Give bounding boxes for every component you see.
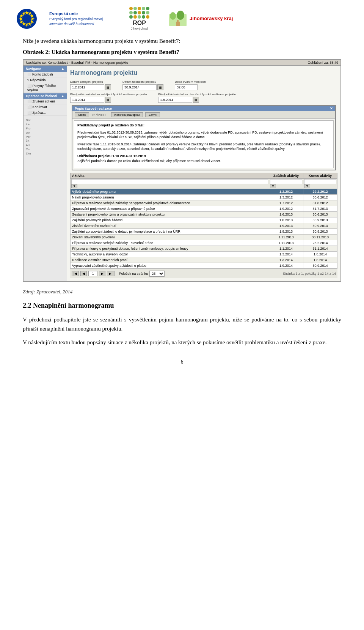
cell-zacatek: 1.1.2014 <box>269 246 303 252</box>
modal-close-icon[interactable]: ✕ <box>330 107 333 110</box>
cell-aktivita: Příprava a realizace veřejné zakázky - s… <box>71 240 269 246</box>
cell-zacatek: 1.3.2012 <box>269 195 303 200</box>
cell-konec: 30.9.2013 <box>303 217 337 223</box>
cell-aktivita: Příprava a realizace veřejné zakázky na … <box>71 200 269 206</box>
form-field-pred-zahajeni: Předpokládané datum zahájení fyzické rea… <box>70 93 147 103</box>
cell-zacatek: 1.6.2013 <box>269 212 303 217</box>
eu-logo <box>11 8 42 29</box>
sidebar-item-zruseni[interactable]: ⬜ Zrušení sdílení <box>24 99 67 104</box>
modal-body: Předkládaný projekt je rozdělen do 3 fáz… <box>74 120 334 168</box>
zahajeni-input[interactable]: 1.2.2012 <box>70 84 104 90</box>
form-title: Harmonogram projektu <box>70 69 337 77</box>
table-row: Vypracování závěrečné zprávy a žádosti o… <box>71 263 337 269</box>
cell-aktivita: Získání stavebního povolení <box>71 235 269 240</box>
jmk-logo: Jihomoravský kraj <box>168 8 233 29</box>
figure-caption: Obrázek 2: Ukázka harmonogramu projektu … <box>23 49 341 55</box>
col-aktivita: Aktivita <box>71 173 269 179</box>
form-row-1: Datum zahájení projektu 1.2.2012 ▦ Datum… <box>70 80 337 90</box>
eu-text-logo: Evropská unie Evropský fond pro regionál… <box>49 11 103 27</box>
col-konec: Konec aktivity <box>303 173 337 179</box>
table-row: Sestavení projektového týmu a organizačn… <box>71 212 337 217</box>
per-page-select[interactable]: 25 50 100 <box>149 271 165 277</box>
table-row: Zpracování projektové dokumentace a příp… <box>71 206 337 212</box>
sidebar-item-kopirovat[interactable]: ⬜ Kopírovat <box>24 104 67 110</box>
filter-konec-btn[interactable]: ▼ <box>304 184 310 188</box>
cell-konec: 30.9.2013 <box>303 229 337 235</box>
benefit7-screenshot: Nacházíte se: Konto žádosti - Baseball F… <box>23 59 341 282</box>
last-page-btn[interactable]: ▶| <box>107 271 114 276</box>
filter-aktivita-input[interactable] <box>71 179 268 184</box>
modal-toolbar: Uložit 727/2000 Kontrola pravopisu Zavří… <box>72 111 335 119</box>
filter-zacatek-btn[interactable]: ▼ <box>270 184 276 188</box>
form-field-trvani: Doba trvání v měsících 32,00 <box>175 80 206 90</box>
per-page-label: Položek na stránku <box>119 272 148 276</box>
sidebar-item-zprava[interactable]: ⬜ Zpráva... <box>24 110 67 116</box>
main-content: Níže je uvedena ukázka harmonogramu proj… <box>0 34 364 380</box>
next-page-btn[interactable]: ▶ <box>99 271 105 276</box>
cell-konec: 30.6.2012 <box>303 195 337 200</box>
app-body: Navigace ▲ ⬜ Konto žádosti ? Nápověda ⬜ … <box>24 66 340 281</box>
table-row: Zajištění zpracování žádosti o dotaci, j… <box>71 229 337 235</box>
sidebar-item-pokyny[interactable]: ⬜ Pokyny řídicího orgánu <box>24 83 67 93</box>
modal-header: Popis časové realizace ✕ <box>72 106 335 111</box>
cell-konec: 30.11.2013 <box>303 235 337 240</box>
ukonceni-calendar-btn[interactable]: ▦ <box>157 84 163 90</box>
kontrola-button[interactable]: Kontrola pravopisu <box>111 112 143 117</box>
table-row: Získání stavebního povolení 1.11.2013 30… <box>71 235 337 240</box>
cell-konec: 1.8.2014 <box>303 257 337 263</box>
cell-aktivita: Realizace vlastních stavebních prací <box>71 257 269 263</box>
cell-konec: 30.9.2014 <box>303 263 337 269</box>
cell-konec: 29.2.2012 <box>303 189 337 195</box>
filter-zacatek-input[interactable] <box>270 179 302 184</box>
trvani-input[interactable]: 32,00 <box>175 84 198 90</box>
form-field-ukonceni: Datum ukončení projektu 30.9.2014 ▦ <box>122 80 163 90</box>
cell-zacatek: 1.7.2012 <box>269 200 303 206</box>
table-row: Příprava a realizace veřejné zakázky - s… <box>71 240 337 246</box>
table-row: Příprava smlouvy o poskytnutí dotace, ře… <box>71 246 337 252</box>
table-row: Získání územního rozhodnutí 1.9.2013 30.… <box>71 223 337 229</box>
cell-zacatek: 1.9.2013 <box>269 229 303 235</box>
cell-aktivita: Technický, autorský a stavební dozor <box>71 252 269 257</box>
pred-ukonceni-calendar-btn[interactable]: ▦ <box>193 97 199 103</box>
cell-konec: 1.8.2014 <box>303 252 337 257</box>
filter-aktivita-btn[interactable]: ▼ <box>71 184 77 188</box>
intro-text: Níže je uvedena ukázka harmonogramu proj… <box>23 38 341 44</box>
svg-point-15 <box>177 11 184 20</box>
svg-rect-16 <box>176 22 180 26</box>
zavrit-button[interactable]: Zavřít <box>145 112 160 117</box>
col-zacatek: Začátek aktivity <box>269 173 303 179</box>
ukonceni-input[interactable]: 30.9.2014 <box>122 84 157 90</box>
cell-zacatek: 1.11.2013 <box>269 240 303 246</box>
pred-zahajeni-calendar-btn[interactable]: ▦ <box>105 97 111 103</box>
cell-zacatek: 1.11.2013 <box>269 235 303 240</box>
sidebar-item-konto[interactable]: ⬜ Konto žádosti <box>24 72 67 77</box>
sidebar-item-napoveda[interactable]: ? Nápověda <box>24 77 67 83</box>
page-input[interactable] <box>88 271 97 276</box>
body-paragraph-1: V předchozí podkapitole jste se seznámil… <box>23 315 341 333</box>
table-row: Zajištění povinných příloh žádosti 1.8.2… <box>71 217 337 223</box>
rop-logo: ROP Jihovýchod <box>129 7 149 30</box>
pred-zahajeni-input[interactable]: 1.3.2014 <box>70 97 104 103</box>
ulozit-button[interactable]: Uložit <box>75 112 89 117</box>
modal-para-3: Investiční fáze 1.11.2013-30.9.2014, zah… <box>77 142 330 151</box>
prev-page-btn[interactable]: ◀ <box>80 271 87 276</box>
zahajeni-calendar-btn[interactable]: ▦ <box>105 84 111 90</box>
section-heading: 2.2 Nenaplnění harmonogramu <box>23 302 341 310</box>
form-row-2: Předpokládané datum zahájení fyzické rea… <box>70 93 337 103</box>
table-row: Návrh projektového záměru 1.3.2012 30.6.… <box>71 195 337 200</box>
cell-zacatek: 1.9.2012 <box>269 206 303 212</box>
pred-ukonceni-input[interactable]: 1.8.2014 <box>158 97 192 103</box>
modal-para-2: Předinvestiční fáze 01.02.2012-30.09.201… <box>77 130 330 140</box>
cell-zacatek: 1.9.2014 <box>269 263 303 269</box>
cell-aktivita: Zajištění povinných příloh žádosti <box>71 217 269 223</box>
cell-konec: 31.1.2014 <box>303 246 337 252</box>
cell-konec: 31.8.2012 <box>303 200 337 206</box>
app-topbar-logout: Odhlášení za: 58:49 <box>308 61 338 65</box>
cell-aktivita: Sestavení projektového týmu a organizačn… <box>71 212 269 217</box>
cell-konec: 31.7.2013 <box>303 206 337 212</box>
first-page-btn[interactable]: |◀ <box>72 271 79 276</box>
cell-zacatek: 1.9.2013 <box>269 223 303 229</box>
app-sidebar: Navigace ▲ ⬜ Konto žádosti ? Nápověda ⬜ … <box>24 66 67 281</box>
table-row: Výběr dotačního programu 1.2.2012 29.2.2… <box>71 189 337 195</box>
filter-konec-input[interactable] <box>304 179 336 184</box>
